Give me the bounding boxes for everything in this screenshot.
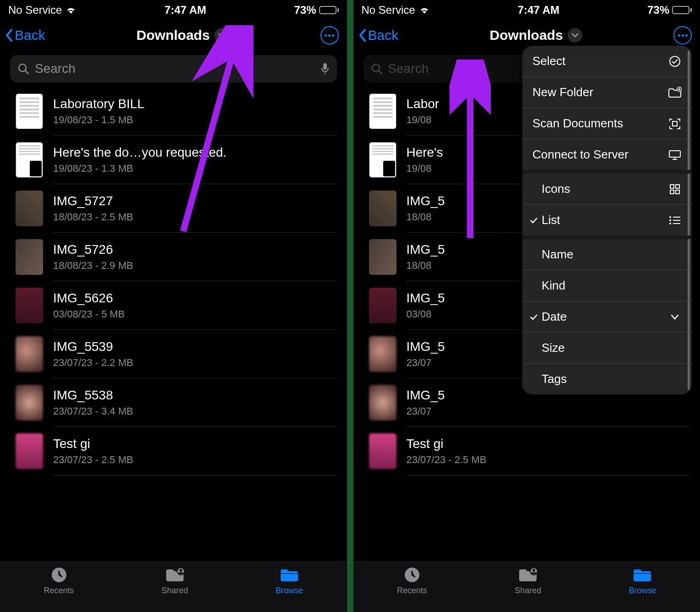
- scan-icon: [668, 117, 682, 131]
- tab-label: Browse: [629, 586, 656, 596]
- svg-point-22: [669, 216, 671, 218]
- list-item[interactable]: IMG_5726 18/08/23 - 2.9 MB: [0, 233, 347, 281]
- svg-rect-20: [670, 190, 674, 194]
- menu-sort-tags[interactable]: Tags: [522, 364, 692, 394]
- clock-icon: [402, 566, 423, 584]
- tab-browse[interactable]: Browse: [629, 566, 656, 596]
- list-item[interactable]: Here's the do…you requested. 19/08/23 - …: [0, 136, 347, 184]
- menu-label: Connect to Server: [532, 148, 629, 162]
- tab-bar: Recents Shared Browse: [353, 562, 700, 612]
- list-item[interactable]: IMG_5538 23/07/23 - 3.4 MB: [0, 378, 347, 427]
- file-thumbnail: [369, 385, 396, 421]
- nav-header: Back Downloads: [0, 18, 347, 52]
- svg-point-26: [669, 223, 671, 224]
- tab-label: Recents: [397, 586, 427, 596]
- file-title: Test gi: [407, 437, 690, 451]
- tab-recents[interactable]: Recents: [44, 566, 74, 596]
- mic-icon[interactable]: [320, 62, 330, 75]
- tab-browse[interactable]: Browse: [276, 566, 303, 596]
- menu-label: Kind: [542, 279, 565, 293]
- nav-title[interactable]: Downloads: [490, 27, 582, 43]
- search-input[interactable]: Search: [10, 55, 337, 82]
- battery-icon: [319, 6, 339, 14]
- back-button[interactable]: Back: [358, 27, 399, 43]
- file-subtitle: 19/08/23 - 1.5 MB: [53, 114, 337, 126]
- list-item[interactable]: Test gi 23/07/23 - 2.5 MB: [353, 427, 700, 475]
- menu-scan-documents[interactable]: Scan Documents: [522, 108, 692, 139]
- shared-folder-icon: [164, 566, 185, 584]
- nav-title[interactable]: Downloads: [136, 27, 229, 43]
- menu-view-icons[interactable]: Icons: [522, 174, 692, 205]
- folder-icon: [632, 566, 653, 584]
- title-chevron-icon[interactable]: [568, 28, 582, 43]
- file-thumbnail: [369, 191, 396, 226]
- page-title: Downloads: [136, 27, 210, 43]
- svg-point-14: [670, 56, 680, 66]
- svg-rect-19: [676, 185, 679, 188]
- menu-sort-name[interactable]: Name: [522, 239, 692, 270]
- battery-icon: [672, 6, 692, 14]
- file-thumbnail: [369, 239, 396, 275]
- file-subtitle: 03/08/23 - 5 MB: [53, 308, 337, 320]
- tab-label: Browse: [276, 586, 303, 596]
- menu-sort-kind[interactable]: Kind: [522, 270, 692, 301]
- menu-view-list[interactable]: List: [522, 205, 692, 239]
- menu-select[interactable]: Select: [522, 46, 692, 77]
- svg-rect-2: [323, 63, 327, 70]
- file-title: IMG_5538: [53, 388, 337, 403]
- list-item[interactable]: IMG_5626 03/08/23 - 5 MB: [0, 281, 347, 330]
- search-icon: [17, 63, 29, 75]
- file-thumbnail: [369, 433, 396, 469]
- more-button[interactable]: [673, 26, 692, 44]
- menu-connect-server[interactable]: Connect to Server: [522, 139, 692, 174]
- title-chevron-icon[interactable]: [214, 28, 229, 43]
- chevron-down-icon: [668, 310, 682, 324]
- tab-shared[interactable]: Shared: [162, 566, 188, 596]
- svg-rect-18: [670, 185, 674, 188]
- list-item[interactable]: Test gi 23/07/23 - 2.5 MB: [0, 427, 347, 475]
- back-label: Back: [368, 27, 399, 43]
- svg-rect-21: [676, 190, 679, 194]
- file-thumbnail: [369, 93, 396, 129]
- menu-label: Select: [532, 54, 565, 68]
- list-item[interactable]: Laboratory BILL 19/08/23 - 1.5 MB: [0, 87, 347, 136]
- clock-icon: [49, 566, 70, 584]
- menu-sort-date[interactable]: Date: [522, 301, 692, 333]
- file-thumbnail: [369, 288, 396, 323]
- menu-new-folder[interactable]: New Folder: [522, 77, 692, 108]
- tab-label: Shared: [162, 586, 188, 596]
- file-list[interactable]: Laboratory BILL 19/08/23 - 1.5 MB Here's…: [0, 87, 347, 562]
- list-item[interactable]: IMG_5727 18/08/23 - 2.5 MB: [0, 184, 347, 233]
- tab-shared[interactable]: Shared: [515, 566, 541, 596]
- tab-bar: Recents Shared Browse: [0, 562, 347, 612]
- phone-right: No Service 7:47 AM 73% Back Downloads: [353, 0, 700, 612]
- list-item[interactable]: IMG_5539 23/07/23 - 2.2 MB: [0, 330, 347, 378]
- tab-recents[interactable]: Recents: [397, 566, 427, 596]
- more-icon: [678, 34, 688, 37]
- phone-left: No Service 7:47 AM 73% Back Downloads: [0, 0, 347, 612]
- file-thumbnail: [16, 288, 43, 323]
- file-title: IMG_5626: [53, 291, 337, 306]
- service-text: No Service: [8, 4, 62, 16]
- wifi-icon: [65, 5, 76, 15]
- file-subtitle: 19/08/23 - 1.3 MB: [53, 163, 337, 175]
- menu-label: Size: [542, 341, 565, 355]
- context-menu: Select New Folder Scan Documents Connect…: [522, 46, 692, 394]
- menu-sort-size[interactable]: Size: [522, 333, 692, 364]
- tab-label: Recents: [44, 586, 74, 596]
- file-subtitle: 23/07/23 - 3.4 MB: [53, 405, 337, 417]
- service-text: No Service: [362, 4, 415, 16]
- svg-line-1: [25, 71, 28, 74]
- svg-rect-17: [669, 151, 680, 157]
- more-icon: [325, 34, 334, 37]
- menu-label: Date: [542, 310, 567, 324]
- folder-icon: [279, 566, 300, 584]
- more-button[interactable]: [320, 26, 339, 44]
- file-subtitle: 18/08/23 - 2.9 MB: [53, 260, 337, 272]
- server-icon: [668, 148, 682, 162]
- back-button[interactable]: Back: [5, 27, 45, 43]
- page-title: Downloads: [490, 27, 563, 43]
- search-placeholder: Search: [388, 61, 429, 76]
- svg-point-5: [179, 569, 182, 572]
- file-thumbnail: [16, 93, 43, 129]
